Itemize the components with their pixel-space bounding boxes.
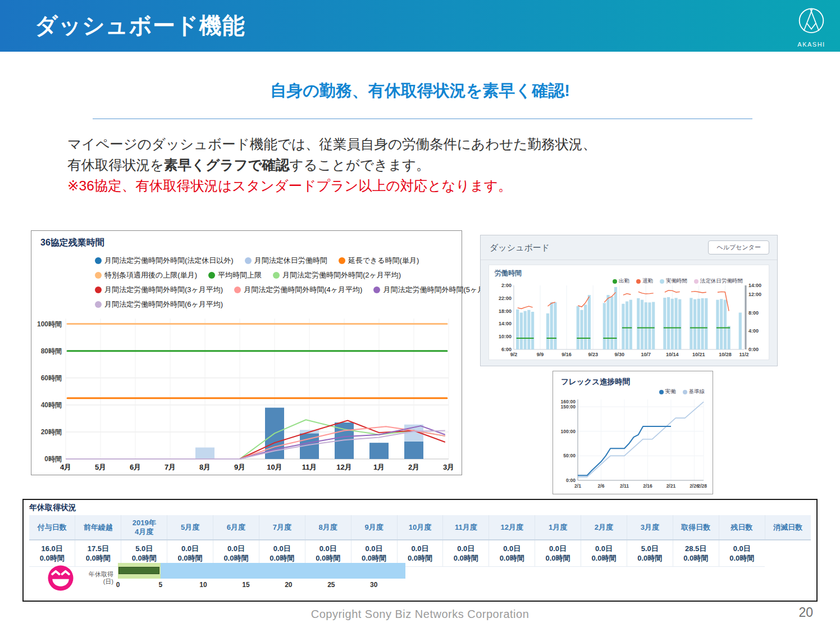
wk-left-axis-label: 22:00 xyxy=(499,295,512,301)
overtime-legend-row: 月間法定労働時間外時間(3ヶ月平均)月間法定労働時間外時間(4ヶ月平均)月間法定… xyxy=(95,283,502,297)
wk-bar xyxy=(648,302,651,349)
leave-table-cell: 0.0日 0.0時間 xyxy=(719,540,765,567)
flex-legend: 実働基準線 xyxy=(659,388,705,395)
leave-table: 付与日数前年繰越2019年 4月度5月度6月度7月度8月度9月度10月度11月度… xyxy=(29,515,811,567)
wk-bar xyxy=(546,313,549,349)
plan-note: ※36協定、有休取得状況はスタンダードプラン以上の対応となります。 xyxy=(67,178,512,193)
wk-x-tick-label: 9/9 xyxy=(537,352,544,357)
ot-x-tick-label: 9月 xyxy=(234,463,245,471)
wk-x-tick-label: 10/7 xyxy=(641,352,651,357)
leave-table-header-cell: 11月度 xyxy=(443,515,489,540)
leave-table-header-cell: 取得日数 xyxy=(673,515,719,540)
akashi-logo-icon xyxy=(795,5,828,40)
header-bar: ダッシュボード機能 AKASHI xyxy=(0,0,840,52)
help-center-button[interactable]: ヘルプセンター xyxy=(708,240,769,254)
legend-label: 月間法定労働時間外時間(6ヶ月平均) xyxy=(104,299,223,310)
ot-bar-dark xyxy=(404,442,423,459)
akashi-logo: AKASHI xyxy=(790,5,833,48)
wk-bar xyxy=(622,304,624,349)
wk-bar xyxy=(524,311,527,349)
ot-y-tick-label: 20時間 xyxy=(41,428,62,436)
flex-legend-item: 基準線 xyxy=(683,388,705,395)
fx-y-tick-label: 150:00 xyxy=(561,404,576,410)
page-number: 20 xyxy=(798,605,813,620)
ot-x-tick-label: 3月 xyxy=(443,463,454,471)
headline: 自身の勤務、有休取得状況を素早く確認! xyxy=(0,80,840,102)
legend-label: 基準線 xyxy=(689,388,705,395)
leave-table-header-cell: 2月度 xyxy=(581,515,627,540)
body-text: マイページのダッシュボード機能では、従業員自身の労働条件にあわせた勤務状況、 有… xyxy=(67,134,596,196)
work-hours-chart: 9/29/99/169/239/3010/710/1410/2110/2811/… xyxy=(495,282,764,358)
wk-bar xyxy=(678,299,681,349)
overtime-legend-row: 特別条項適用後の上限(単月)平均時間上限月間法定労働時間外時間(2ヶ月平均) xyxy=(95,268,502,283)
wk-x-tick-label: 9/16 xyxy=(561,352,572,357)
leave-table-header-cell: 9月度 xyxy=(351,515,397,540)
wk-right-axis-label: 12:00 xyxy=(748,292,761,297)
flex-chart: 0:0050:00100:00150:00160:002/12/62/112/1… xyxy=(558,396,708,490)
wk-bar xyxy=(724,300,727,349)
wk-bar xyxy=(720,299,723,349)
legend-dot xyxy=(273,272,280,279)
leave-table-header-cell: 2019年 4月度 xyxy=(121,515,167,540)
body-line1: マイページのダッシュボード機能では、従業員自身の労働条件にあわせた勤務状況、 xyxy=(67,137,596,152)
wk-x-tick-label: 9/23 xyxy=(588,352,598,357)
wk-x-tick-label: 11/2 xyxy=(739,352,748,357)
overtime-legend-item: 平均時間上限 xyxy=(208,270,262,280)
legend-dot xyxy=(95,287,102,293)
legend-label: 月間法定労働時間外時間(3ヶ月平均) xyxy=(104,285,223,295)
wk-right-axis-label: 4:00 xyxy=(748,328,759,334)
legend-label: 特別条項適用後の上限(単月) xyxy=(104,270,197,280)
progress-bar xyxy=(118,563,405,579)
wk-bar xyxy=(531,312,534,349)
fx-x-tick-label: 2/21 xyxy=(666,483,676,489)
wk-left-axis-label: 2:00 xyxy=(501,283,512,288)
leave-progress-row: 年休取得 (日) 051015202530 xyxy=(46,563,405,593)
ot-x-tick-label: 12月 xyxy=(336,463,351,471)
leave-table-header-cell: 12月度 xyxy=(489,515,535,540)
progress-tick-label: 5 xyxy=(159,581,163,589)
legend-dot xyxy=(245,257,252,264)
dashboard-preview-panel: ダッシュボード ヘルプセンター 労働時間 出勤退勤実働時間法定休日労働時間 9/… xyxy=(480,235,778,366)
preview-header: ダッシュボード ヘルプセンター xyxy=(481,235,777,260)
overtime-legend: 月間法定労働時間外時間(法定休日以外)月間法定休日労働時間延長できる時間(単月)… xyxy=(95,253,502,312)
ot-y-tick-label: 40時間 xyxy=(41,401,62,409)
wk-bar xyxy=(603,303,606,349)
fx-x-tick-label: 2/1 xyxy=(574,483,581,489)
wk-bar xyxy=(614,287,617,349)
progress-label: 年休取得 (日) xyxy=(81,571,113,585)
ot-x-tick-label: 5月 xyxy=(95,463,106,471)
wk-clock-out-line xyxy=(578,297,589,307)
page-title: ダッシュボード機能 xyxy=(35,10,245,41)
smiley-icon xyxy=(46,563,75,593)
ot-x-tick-label: 6月 xyxy=(130,463,141,471)
leave-panel: 年休取得状況 付与日数前年繰越2019年 4月度5月度6月度7月度8月度9月度1… xyxy=(22,499,818,602)
wk-bar xyxy=(580,310,583,349)
overtime-legend-item: 月間法定労働時間外時間(4ヶ月平均) xyxy=(234,285,362,295)
fx-y-tick-label: 50:00 xyxy=(563,453,576,458)
legend-label: 月間法定労働時間外時間(4ヶ月平均) xyxy=(244,285,362,295)
overtime-chart: 0時間20時間40時間60時間80時間100時間4月5月6月7月8月9月10月1… xyxy=(35,313,458,474)
work-hours-card: 労働時間 出勤退勤実働時間法定休日労働時間 9/29/99/169/239/30… xyxy=(489,265,769,360)
progress-bar-area: 051015202530 xyxy=(118,563,405,593)
leave-table-header-cell: 7月度 xyxy=(259,515,305,540)
leave-table-header-cell: 5月度 xyxy=(167,515,213,540)
wk-clock-out-line xyxy=(623,294,631,295)
ot-bar-dark xyxy=(369,443,389,459)
ot-x-tick-label: 11月 xyxy=(302,463,317,471)
wk-x-tick-label: 10/28 xyxy=(719,352,732,357)
footer-copyright: Copyright Sony Biz Networks Corporation xyxy=(0,608,840,621)
ot-x-tick-label: 8月 xyxy=(199,463,211,471)
wk-x-tick-label: 10/14 xyxy=(666,352,679,357)
leave-table-header-cell: 前年繰越 xyxy=(75,515,121,540)
ot-y-tick-label: 60時間 xyxy=(41,374,62,382)
overtime-legend-item: 月間法定休日労働時間 xyxy=(245,256,327,266)
wk-bar xyxy=(667,297,670,349)
overtime-panel: 36協定残業時間 月間法定労働時間外時間(法定休日以外)月間法定休日労働時間延長… xyxy=(31,230,462,475)
wk-bar xyxy=(701,298,704,349)
fx-x-tick-label: 2/6 xyxy=(598,483,605,489)
legend-dot xyxy=(683,390,687,394)
legend-dot xyxy=(95,272,102,279)
wk-left-axis-label: 18:00 xyxy=(499,308,512,314)
ot-x-tick-label: 2月 xyxy=(408,463,419,471)
wk-bar xyxy=(705,298,707,349)
